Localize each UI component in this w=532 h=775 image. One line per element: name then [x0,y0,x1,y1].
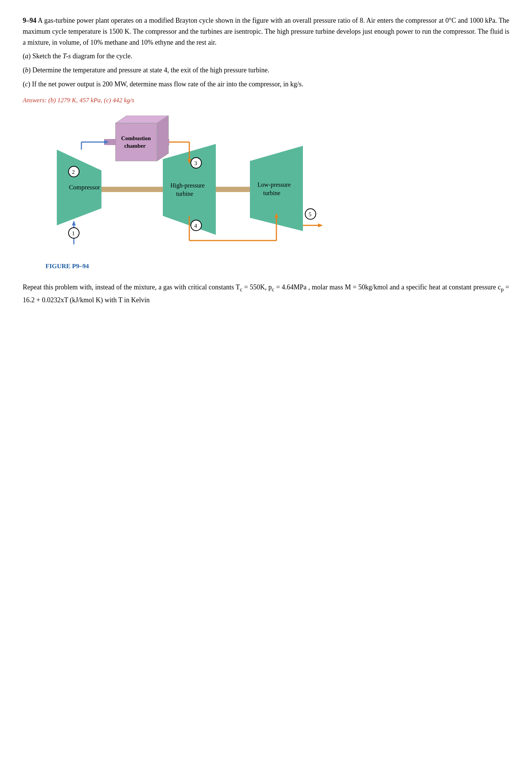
diagram: Compressor High-pressure turbine Low-pre… [45,116,341,256]
combustion-label1: Combustion [121,135,151,141]
lp-turbine-label2: turbine [263,190,280,196]
blue-inlet-arrowhead [72,220,76,225]
figure-container: Compressor High-pressure turbine Low-pre… [45,116,509,270]
part-a: (a) Sketch the T-s diagram for the cycle… [23,51,509,62]
repeat-text-block: Repeat this problem with, instead of the… [23,281,509,306]
state2-label: 2 [72,169,75,175]
combustion-label2: chamber [124,143,146,149]
answers-line: Answers: (b) 1279 K, 457 kPa, (c) 442 kg… [23,97,509,104]
repeat-line1: Repeat this problem with, instead of the… [23,281,509,306]
hp-turbine-label1: High-pressure [170,182,205,189]
combustion-front [115,123,157,161]
state3-label: 3 [194,160,197,166]
part-c: (c) If the net power output is 200 MW, d… [23,79,509,90]
state1-label: 1 [72,230,75,236]
problem-number: 9–94 [23,17,36,24]
problem-description: A gas-turbine power plant operates on a … [23,17,509,46]
state5-label: 5 [309,211,312,217]
orange-exit-arrowhead [318,223,323,227]
part-b: (b) Determine the temperature and pressu… [23,65,509,76]
lp-turbine-label1: Low-pressure [257,181,291,188]
combustion-outlet-pipe [157,139,169,145]
diagram-svg: Compressor High-pressure turbine Low-pre… [45,116,341,256]
problem-text: 9–94 A gas-turbine power plant operates … [23,15,509,90]
problem-intro: 9–94 A gas-turbine power plant operates … [23,15,509,48]
hp-turbine-label2: turbine [176,191,193,197]
figure-label: FIGURE P9–94 [45,262,89,270]
combustion-right [157,116,168,161]
compressor-label: Compressor [69,184,100,191]
state4-label: 4 [194,223,197,229]
